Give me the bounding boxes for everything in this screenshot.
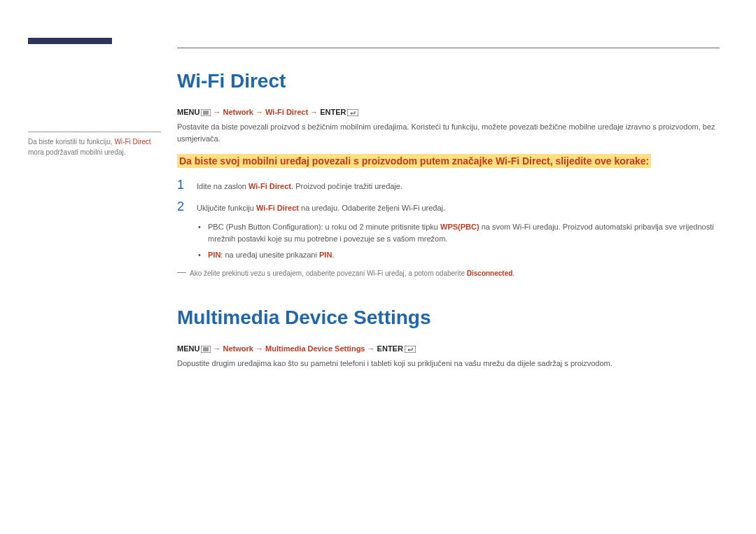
nav-menu-label: MENU	[177, 108, 200, 116]
nav-multimedia: Multimedia Device Settings	[265, 344, 365, 353]
nav-arrow: →	[308, 108, 320, 116]
multimedia-breadcrumb: MENU → Network → Multimedia Device Setti…	[177, 344, 723, 353]
sub-bullets: PBC (Push Button Configuration): u roku …	[177, 221, 723, 261]
bullet-pin: PIN: na uređaj unesite prikazani PIN.	[198, 249, 723, 261]
nav-network: Network	[223, 344, 253, 353]
menu-icon	[201, 109, 211, 116]
nav-arrow: →	[253, 344, 265, 353]
step-1: 1 Idite na zaslon Wi-Fi Direct. Proizvod…	[177, 178, 723, 192]
multimedia-heading: Multimedia Device Settings	[177, 307, 723, 329]
wifi-direct-intro: Postavite da biste povezali proizvod s b…	[177, 121, 723, 144]
nav-arrow: →	[365, 344, 377, 353]
top-divider	[177, 48, 720, 48]
step-number: 2	[177, 199, 187, 214]
svg-rect-4	[347, 109, 358, 116]
nav-menu-label: MENU	[177, 344, 200, 353]
wifi-direct-heading: Wi-Fi Direct	[177, 70, 723, 92]
enter-icon	[405, 346, 416, 353]
nav-wifi-direct: Wi-Fi Direct	[265, 108, 308, 116]
bullet-pbc: PBC (Push Button Configuration): u roku …	[198, 221, 723, 245]
side-divider	[28, 132, 161, 132]
multimedia-intro: Dopustite drugim uređajima kao što su pa…	[177, 358, 723, 370]
step-text: Uključite funkciju Wi-Fi Direct na uređa…	[197, 202, 445, 214]
step-text: Idite na zaslon Wi-Fi Direct. Proizvod p…	[197, 181, 402, 192]
sidebar-note: Da biste koristili tu funkciju, Wi-Fi Di…	[28, 137, 168, 157]
svg-rect-9	[405, 346, 416, 353]
nav-arrow: →	[253, 108, 265, 116]
wifi-direct-breadcrumb: MENU → Network → Wi-Fi Direct → ENTER	[177, 108, 723, 116]
wifi-direct-steps-heading: Da biste svoj mobilni uređaj povezali s …	[177, 154, 651, 168]
enter-icon	[347, 109, 358, 116]
menu-icon	[201, 346, 211, 353]
step-number: 1	[177, 178, 187, 192]
sidebar-note-highlight: Wi-Fi Direct	[114, 138, 150, 146]
step-2: 2 Uključite funkciju Wi-Fi Direct na ure…	[177, 199, 723, 214]
sidebar-note-pre: Da biste koristili tu funkciju,	[28, 138, 114, 146]
nav-enter-label: ENTER	[320, 108, 346, 116]
steps-list: 1 Idite na zaslon Wi-Fi Direct. Proizvod…	[177, 178, 723, 214]
nav-arrow: →	[211, 344, 223, 353]
nav-network: Network	[223, 108, 253, 116]
disconnect-note: Ako želite prekinuti vezu s uređajem, od…	[177, 268, 723, 279]
sidebar-accent-bar	[28, 38, 112, 44]
nav-arrow: →	[211, 108, 223, 116]
sidebar-note-post: mora podržavati mobilni uređaj.	[28, 148, 126, 156]
nav-enter-label: ENTER	[377, 344, 403, 353]
